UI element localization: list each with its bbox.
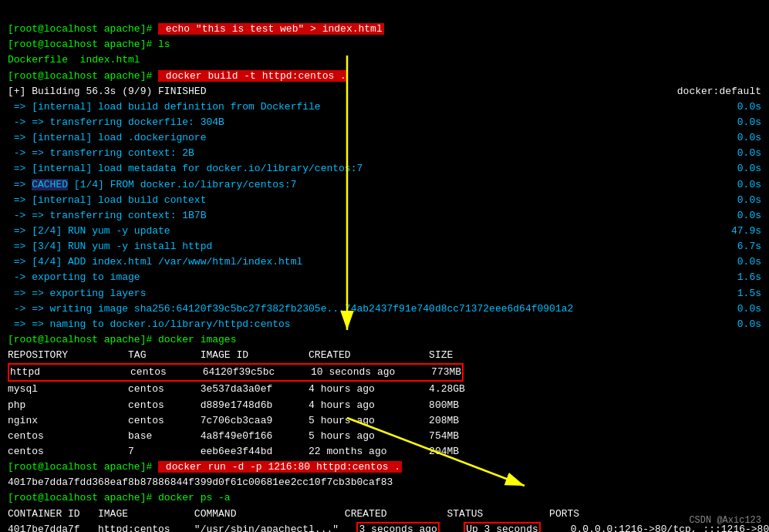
- container-id-output: 4017be7dda7fdd368eaf8b87886844f399d0f61c…: [8, 476, 393, 488]
- line-14: => [2/4] RUN yum -y update47.9s: [8, 225, 170, 237]
- line-21: [root@localhost apache]# docker images: [8, 334, 236, 345]
- line-17: -> exporting to image1.6s: [8, 271, 140, 283]
- centos-base-row: centos base 4a8f49e0f166 5 hours ago 754…: [8, 430, 459, 442]
- nginx-row: nginx centos 7c706cb3caa9 5 hours ago 20…: [8, 415, 459, 426]
- csdn-watermark: CSDN @Axic123: [689, 515, 761, 526]
- line-9: -> => transferring context: 2B0.0s: [8, 147, 194, 159]
- line-1: [root@localhost apache]# echo "this is t…: [8, 23, 384, 35]
- line-12: => [internal] load build context0.0s: [8, 194, 206, 206]
- mysql-row: mysql centos 3e537da3a0ef 4 hours ago 4.…: [8, 383, 465, 395]
- line-8: => [internal] load .dockerignore0.0s: [8, 132, 206, 143]
- line-4: [root@localhost apache]# docker build -t…: [8, 70, 348, 82]
- command-highlight: echo "this is test web" > index.html: [158, 23, 384, 35]
- line-11: => CACHED [1/4] FROM docker.io/library/c…: [8, 179, 296, 190]
- line-7: -> => transferring dockerfile: 304B0.0s: [8, 116, 224, 128]
- line-16: => [4/4] ADD index.html /var/www/html/in…: [8, 256, 302, 268]
- line-2: [root@localhost apache]# ls: [8, 39, 170, 50]
- php-row: php centos d889e1748d6b 4 hours ago 800M…: [8, 399, 459, 411]
- line-run: [root@localhost apache]# docker run -d -…: [8, 461, 402, 473]
- line-15: => [3/4] RUN yum -y install httpd6.7s: [8, 241, 212, 252]
- httpd-row: httpd centos 64120f39c5bc 10 seconds ago…: [8, 363, 464, 382]
- line-13: -> => transferring context: 1B7B0.0s: [8, 210, 206, 221]
- centos-7-row: centos 7 eeb6ee3f44bd 22 months ago 204M…: [8, 446, 459, 457]
- line-18: => => exporting layers1.5s: [8, 288, 146, 299]
- line-ps: [root@localhost apache]# docker ps -a: [8, 492, 231, 503]
- line-20: => => naming to docker.io/library/httpd:…: [8, 318, 291, 330]
- terminal-window: [root@localhost apache]# echo "this is t…: [0, 0, 769, 532]
- prompt: [root@localhost apache]#: [8, 23, 152, 35]
- ps-table-header: CONTAINER ID IMAGE COMMAND CREATED STATU…: [8, 508, 769, 520]
- line-3: Dockerfile index.html: [8, 54, 140, 66]
- line-19: -> => writing image sha256:64120f39c5bc2…: [8, 303, 573, 315]
- line-10: => [internal] load metadata for docker.i…: [8, 163, 363, 174]
- ps-row-1: 4017be7dda7f httpd:centos "/usr/sbin/apa…: [8, 522, 769, 532]
- table-header: REPOSITORY TAG IMAGE ID CREATED SIZE: [8, 349, 453, 361]
- line-6: => [internal] load build definition from…: [8, 101, 321, 113]
- line-5: [+] Building 56.3s (9/9) FINISHEDdocker:…: [8, 86, 206, 97]
